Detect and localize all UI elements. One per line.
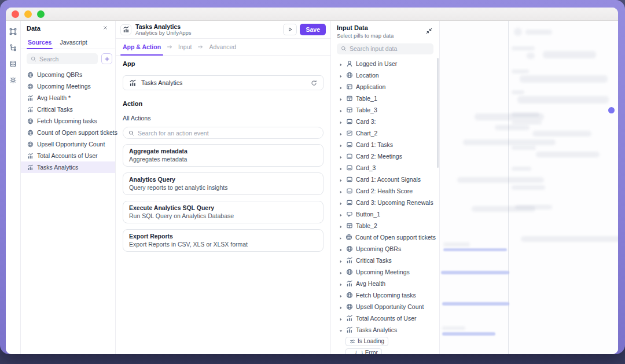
rail-item-gear[interactable] (9, 76, 17, 84)
action-card[interactable]: Analytics QueryQuery reports to get anal… (123, 172, 323, 195)
add-source-button[interactable] (101, 53, 112, 64)
caret-right-icon[interactable] (339, 73, 343, 78)
background-ghost (512, 90, 524, 94)
cardicon-icon (346, 164, 353, 171)
tree-item[interactable]: Total Accounts of User (331, 312, 439, 324)
rail-item-tree[interactable] (9, 44, 17, 52)
tree-item[interactable]: Card 2: Meetings (331, 150, 439, 162)
scrollbar-thumb[interactable] (437, 58, 439, 168)
data-search-box[interactable] (27, 53, 98, 64)
cardicon-icon (346, 118, 353, 125)
collapse-icon[interactable] (426, 28, 432, 34)
caret-right-icon[interactable] (339, 142, 343, 147)
tree-item[interactable]: Table_2 (331, 220, 439, 231)
tab-javascript[interactable]: Javascript (60, 36, 87, 49)
tree-item[interactable]: Tasks Analytics (331, 324, 439, 336)
close-traffic-light[interactable] (12, 10, 19, 18)
tree-item[interactable]: Card 3: Upcoming Renewals (331, 197, 439, 208)
tree-item[interactable]: Chart_2 (331, 127, 439, 139)
action-search-box[interactable] (123, 127, 323, 139)
tree-item-label: Table_1 (356, 95, 377, 102)
save-button[interactable]: Save (300, 24, 326, 35)
caret-right-icon[interactable] (339, 131, 343, 135)
action-card[interactable]: Execute Analytics SQL QueryRun SQL Query… (123, 201, 323, 223)
tree-item[interactable]: Table_1 (331, 93, 439, 104)
minimize-traffic-light[interactable] (24, 10, 32, 18)
caret-right-icon[interactable] (339, 247, 343, 251)
tree-item[interactable]: Logged in User (331, 58, 439, 69)
caret-down-icon[interactable] (339, 328, 343, 332)
action-card[interactable]: Aggregate metadataAggregates metadata (123, 144, 323, 167)
caret-right-icon[interactable] (339, 119, 343, 124)
tree-item[interactable]: Card 2: Health Score (331, 185, 439, 197)
step-tab-app-action[interactable]: App & Action (123, 39, 161, 55)
data-source-item[interactable]: Total Accounts of User (21, 150, 115, 161)
tree-item[interactable]: Fetch Upcoming tasks (331, 289, 439, 301)
caret-right-icon[interactable] (339, 258, 343, 263)
caret-right-icon[interactable] (339, 96, 343, 101)
caret-right-icon[interactable] (339, 293, 343, 297)
data-source-item[interactable]: Upcoming QBRs (21, 69, 115, 80)
pill-is-loading[interactable]: Is Loading (345, 337, 388, 346)
tree-item[interactable]: Card_3 (331, 162, 439, 174)
tree-item[interactable]: Table_3 (331, 104, 439, 116)
caret-right-icon[interactable] (339, 108, 343, 112)
tree-item[interactable]: Location (331, 69, 439, 81)
caret-right-icon[interactable] (339, 235, 343, 240)
close-icon[interactable] (102, 25, 109, 32)
tree-item[interactable]: Application (331, 81, 439, 93)
tree-item[interactable]: Card 1: Tasks (331, 139, 439, 150)
app-selector-field[interactable]: Tasks Analytics (123, 75, 323, 90)
data-search-input[interactable] (39, 56, 94, 62)
input-search-box[interactable] (337, 43, 433, 54)
caret-right-icon[interactable] (339, 84, 343, 89)
rail-item-frame[interactable] (9, 28, 17, 35)
caret-right-icon[interactable] (339, 212, 343, 216)
tree-item[interactable]: Count of Open support tickets (331, 231, 439, 243)
tree-child-row: {…}Error (331, 347, 439, 354)
data-source-item[interactable]: Critical Tasks (21, 104, 115, 115)
input-search-input[interactable] (350, 45, 429, 52)
caret-right-icon[interactable] (339, 281, 343, 286)
caret-right-icon[interactable] (339, 223, 343, 228)
action-card[interactable]: Export ReportsExport Reports in CSV, XLS… (123, 229, 323, 252)
caret-right-icon[interactable] (339, 177, 343, 182)
caret-right-icon[interactable] (339, 270, 343, 274)
caret-right-icon[interactable] (339, 166, 343, 170)
caret-right-icon[interactable] (339, 200, 343, 205)
tree-item[interactable]: Critical Tasks (331, 255, 439, 266)
cardicon-icon (346, 187, 353, 194)
zoom-traffic-light[interactable] (37, 10, 45, 18)
tree-item[interactable]: Card 1: Account Signals (331, 174, 439, 185)
caret-down-icon[interactable] (350, 351, 353, 354)
data-source-item[interactable]: Upcoming Meetings (21, 80, 115, 92)
tree-item[interactable]: Button_1 (331, 208, 439, 220)
caret-right-icon[interactable] (339, 189, 343, 193)
refresh-icon[interactable] (311, 80, 317, 86)
step-tab-input[interactable]: Input (178, 39, 192, 55)
test-run-button[interactable] (283, 24, 297, 35)
pill-error[interactable]: {…}Error (345, 348, 382, 354)
data-source-item[interactable]: Upsell Opportunity Count (21, 138, 115, 150)
data-source-item[interactable]: Tasks Analytics (21, 161, 115, 173)
caret-right-icon[interactable] (339, 61, 343, 66)
tree-item-label: Location (356, 72, 379, 79)
tab-sources[interactable]: Sources (28, 36, 52, 49)
data-source-item[interactable]: Count of Open support tickets (21, 127, 115, 138)
step-tab-advanced[interactable]: Advanced (209, 39, 236, 55)
data-source-label: Tasks Analytics (37, 164, 78, 171)
tree-item[interactable]: Upcoming Meetings (331, 266, 439, 278)
caret-right-icon[interactable] (339, 154, 343, 159)
tree-item[interactable]: Upcoming QBRs (331, 243, 439, 255)
tree-item[interactable]: Card 3: (331, 116, 439, 127)
data-source-item[interactable]: Avg Health * (21, 92, 115, 104)
button-icon (346, 211, 353, 218)
tree-item[interactable]: Upsell Opportunity Count (331, 301, 439, 312)
rail-item-database[interactable] (9, 60, 17, 68)
action-search-input[interactable] (138, 130, 318, 137)
tree-item[interactable]: Avg Health (331, 278, 439, 289)
data-source-item[interactable]: Fetch Upcoming tasks (21, 115, 115, 127)
input-data-header: Input Data Select pills to map data (331, 21, 439, 41)
caret-right-icon[interactable] (339, 316, 343, 321)
caret-right-icon[interactable] (339, 304, 343, 309)
